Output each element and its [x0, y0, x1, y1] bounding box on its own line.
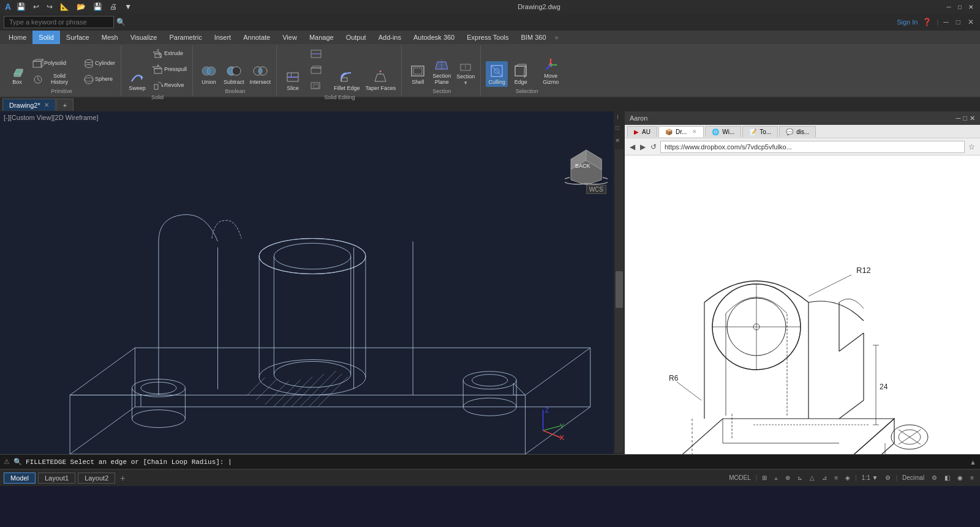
browser-tab-au[interactable]: ▶ AU	[627, 126, 657, 137]
tab-autodesk360[interactable]: Autodesk 360	[407, 31, 461, 44]
search-icon[interactable]: 🔍	[116, 18, 126, 26]
ribbon-item-fillet-edge[interactable]: Fillet Edge	[332, 67, 362, 93]
snap-btn2[interactable]: △	[807, 474, 817, 481]
tab-manage[interactable]: Manage	[303, 31, 340, 44]
ribbon-item-edge[interactable]: Edge	[510, 61, 532, 87]
browser-tab-wiki[interactable]: 🌐 Wi...	[705, 126, 741, 137]
ribbon-item-extrude[interactable]: Extrude	[150, 47, 189, 61]
browser-tab-dis[interactable]: 💬 dis...	[779, 126, 816, 137]
unit-selector[interactable]: Decimal	[900, 474, 927, 481]
snap-btn3[interactable]: ⊿	[820, 474, 829, 481]
status-layout2-tab[interactable]: Layout2	[78, 473, 115, 484]
redo-icon[interactable]: ↪	[45, 1, 55, 12]
snap-btn4[interactable]: ≡	[832, 474, 840, 481]
tab-visualize[interactable]: Visualize	[124, 31, 164, 44]
close-app-button[interactable]: ✕	[965, 18, 976, 26]
ribbon-item-move-gizmo[interactable]: Move Gizmo	[533, 55, 568, 87]
maximize-button[interactable]: □	[956, 2, 964, 11]
bookmark-btn[interactable]: ☆	[967, 141, 976, 152]
tab-view[interactable]: View	[276, 31, 303, 44]
app-icon[interactable]: A	[5, 2, 11, 12]
print-icon[interactable]: 🖨	[108, 1, 119, 12]
ribbon-item-shell[interactable]: Shell	[407, 61, 429, 87]
tab-addins[interactable]: Add-ins	[372, 31, 407, 44]
tab-output[interactable]: Output	[340, 31, 372, 44]
tab-mesh[interactable]: Mesh	[96, 31, 124, 44]
ribbon-item-revolve[interactable]: Revolve	[150, 78, 189, 93]
vp-close-btn[interactable]: ✕	[614, 135, 624, 146]
snap-btn1[interactable]: ⊾	[795, 474, 805, 481]
ribbon-item-culling[interactable]: Culling	[486, 61, 508, 87]
tab-solid[interactable]: Solid	[32, 31, 59, 44]
ribbon-item-taper-faces[interactable]: Taper Faces	[364, 67, 398, 93]
annotation-btn[interactable]: ⚙	[883, 474, 893, 481]
undo-icon[interactable]: ↩	[31, 1, 41, 12]
open-icon[interactable]: 📂	[75, 1, 88, 12]
browser-tab-dropbox[interactable]: 📦 Dr... ✕	[658, 126, 704, 137]
vp-min-btn[interactable]: ─	[614, 113, 624, 121]
back-btn[interactable]: ◀	[628, 141, 636, 152]
doc-tab-close[interactable]: ✕	[44, 102, 49, 108]
help-icon[interactable]: ❓	[920, 18, 934, 26]
close-button[interactable]: ✕	[967, 2, 975, 11]
tab-bim360[interactable]: BIM 360	[515, 31, 552, 44]
ribbon-item-intersect[interactable]: Intersect	[248, 61, 273, 87]
tab-surface[interactable]: Surface	[60, 31, 96, 44]
browser-min-btn[interactable]: ─	[956, 114, 961, 122]
status-model-tab[interactable]: Model	[4, 473, 36, 484]
more-tabs-icon[interactable]: »	[555, 34, 559, 41]
ribbon-item-union[interactable]: Union	[198, 61, 220, 87]
cmd-expand-btn[interactable]: ▲	[970, 458, 976, 466]
ribbon-item-section-dropdown[interactable]: Section ▼	[454, 61, 477, 87]
snap-btn5[interactable]: ◈	[843, 474, 853, 481]
doc-tab-drawing2[interactable]: Drawing2* ✕	[2, 99, 56, 111]
vp-restore-btn[interactable]: □	[614, 122, 624, 133]
tab-expresstools[interactable]: Express Tools	[461, 31, 514, 44]
vp-scrollbar-thumb[interactable]	[616, 271, 623, 308]
tab-annotate[interactable]: Annotate	[237, 31, 276, 44]
ribbon-item-section-plane[interactable]: SectionPlane	[431, 55, 453, 87]
ribbon-item-slice[interactable]: Slice	[282, 67, 304, 93]
more-icon[interactable]: ▼	[123, 1, 134, 12]
ribbon-item-solid-history[interactable]: Solid History	[30, 72, 79, 87]
ribbon-item-subtract[interactable]: Subtract	[222, 61, 246, 87]
browser-tab-to[interactable]: 📝 To...	[742, 126, 778, 137]
workspace-btn[interactable]: ⚙	[929, 474, 940, 481]
restore-app-button[interactable]: □	[954, 18, 963, 26]
ribbon-item-polysolid[interactable]: Polysolid	[30, 56, 79, 71]
minimize-app-button[interactable]: ─	[941, 18, 951, 26]
forward-btn[interactable]: ▶	[639, 141, 647, 152]
ribbon-item-slice-sm[interactable]	[308, 47, 330, 61]
viewcube[interactable]: BACK	[565, 136, 608, 185]
status-layout1-tab[interactable]: Layout1	[38, 473, 75, 484]
tab-insert[interactable]: Insert	[208, 31, 238, 44]
add-layout-btn[interactable]: +	[120, 473, 125, 483]
save-icon[interactable]: 💾	[91, 1, 104, 12]
ribbon-item-sweep[interactable]: Sweep	[126, 67, 148, 93]
model-indicator[interactable]: MODEL	[726, 474, 753, 481]
ribbon-item-extra1[interactable]	[308, 62, 330, 77]
doc-tab-new[interactable]: +	[56, 99, 74, 111]
tab-home[interactable]: Home	[2, 31, 32, 44]
refresh-btn[interactable]: ↺	[649, 141, 658, 152]
quick-access-icon[interactable]: 💾	[15, 1, 28, 12]
url-bar[interactable]	[660, 141, 965, 153]
viewport[interactable]: [-][Custom View][2D Wireframe] .wl { str…	[0, 111, 625, 454]
snap-grid-btn[interactable]: ⊞	[760, 474, 769, 481]
custom-ui-btn[interactable]: ≡	[968, 474, 976, 481]
ribbon-item-presspull[interactable]: Presspull	[150, 62, 189, 77]
isolation-btn[interactable]: ◉	[955, 474, 965, 481]
scale-selector[interactable]: 1:1 ▼	[859, 474, 881, 481]
browser-close-btn[interactable]: ✕	[970, 114, 975, 122]
snap-osnap-btn[interactable]: ⊕	[783, 474, 793, 481]
ribbon-item-cylinder[interactable]: Cylinder	[81, 56, 117, 71]
snap-polar-btn[interactable]: ⟁	[772, 474, 780, 481]
browser-max-btn[interactable]: □	[963, 114, 967, 122]
ribbon-item-box[interactable]: Box	[6, 61, 28, 87]
minimize-button[interactable]: ─	[944, 2, 953, 11]
dropbox-tab-close[interactable]: ✕	[692, 129, 697, 135]
ribbon-item-sphere[interactable]: Sphere	[81, 72, 117, 87]
new-icon[interactable]: 📐	[58, 1, 71, 12]
search-input[interactable]	[4, 16, 114, 28]
hardware-accel-btn[interactable]: ◧	[942, 474, 952, 481]
